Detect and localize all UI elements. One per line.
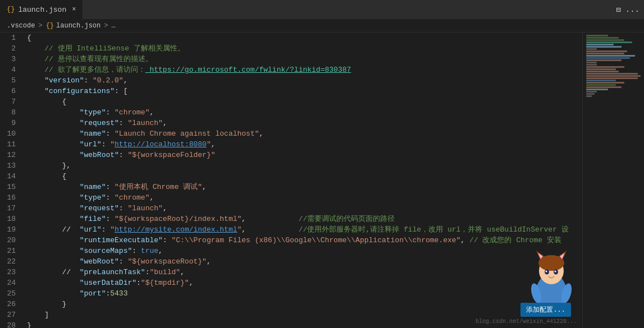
- code-line-17: "request": "launch",: [27, 203, 582, 214]
- minimap-line: [586, 64, 597, 66]
- ln-4: 4: [4, 64, 16, 75]
- minimap-line: [586, 95, 592, 97]
- minimap-line: [586, 91, 597, 93]
- json-file-icon: {}: [7, 6, 15, 13]
- tab-bar-actions: ⊟ ...: [616, 5, 644, 15]
- ln-3: 3: [4, 54, 16, 64]
- minimap-line: [586, 48, 597, 50]
- minimap-line: [586, 93, 595, 95]
- ln-15: 15: [4, 182, 16, 192]
- code-container[interactable]: 1 2 3 4 5 6 7 8 9 10 11 12 13 14 15 16 1: [0, 33, 582, 328]
- editor-wrapper: 1 2 3 4 5 6 7 8 9 10 11 12 13 14 15 16 1: [0, 33, 644, 328]
- minimap-line: [586, 59, 622, 61]
- ln-11: 11: [4, 139, 16, 150]
- code-line-13: },: [27, 160, 582, 171]
- editor-area: 1 2 3 4 5 6 7 8 9 10 11 12 13 14 15 16 1: [0, 33, 644, 328]
- code-line-4: // 欲了解更多信息，请访问： https://go.microsoft.com…: [27, 64, 582, 75]
- code-line-11: "url": "http://localhost:8080",: [27, 139, 582, 150]
- code-line-6: "configurations": [: [27, 86, 582, 96]
- code-line-24: "userDataDir":"${tmpdir}",: [27, 278, 582, 288]
- minimap-line: [586, 77, 638, 79]
- ln-17: 17: [4, 203, 16, 214]
- code-line-10: "name": "Launch Chrome against localhost…: [27, 128, 582, 139]
- ln-23: 23: [4, 267, 16, 278]
- ln-21: 21: [4, 246, 16, 256]
- ln-20: 20: [4, 235, 16, 246]
- tab-bar: {} launch.json × ⊟ ...: [0, 0, 644, 20]
- ln-6: 6: [4, 86, 16, 96]
- tab-label: launch.json: [18, 6, 66, 14]
- code-line-21: "sourceMaps": true,: [27, 246, 582, 256]
- ln-24: 24: [4, 278, 16, 288]
- minimap-line: [586, 41, 632, 43]
- breadcrumb: .vscode > {} launch.json > …: [0, 20, 644, 33]
- watermark-text: blog.csdn.net/weixin_441220...: [476, 318, 577, 325]
- ln-19: 19: [4, 224, 16, 235]
- ln-12: 12: [4, 150, 16, 160]
- code-line-12: "webRoot": "${workspaceFolder}": [27, 150, 582, 160]
- code-line-22: "webRoot": "${workspaceRoot}",: [27, 256, 582, 267]
- minimap-line: [586, 89, 608, 90]
- minimap-content: [583, 33, 644, 100]
- code-line-26: }: [27, 299, 582, 309]
- code-line-1: {: [27, 33, 582, 43]
- breadcrumb-sep1: >: [38, 22, 42, 30]
- code-line-14: {: [27, 171, 582, 182]
- ln-8: 8: [4, 107, 16, 118]
- ln-13: 13: [4, 160, 16, 171]
- minimap-line: [586, 71, 619, 72]
- ln-18: 18: [4, 214, 16, 224]
- minimap-line: [586, 53, 624, 54]
- ln-28: 28: [4, 320, 16, 328]
- code-line-7: {: [27, 96, 582, 107]
- code-line-3: // 悬停以查看现有属性的描述。: [27, 54, 582, 64]
- minimap: [582, 33, 644, 328]
- code-editor: 1 2 3 4 5 6 7 8 9 10 11 12 13 14 15 16 1: [0, 33, 582, 328]
- minimap-line: [586, 37, 619, 39]
- code-line-5: "version": "0.2.0",: [27, 75, 582, 86]
- minimap-line: [586, 50, 627, 52]
- code-lines: { // 使用 IntelliSense 了解相关属性。 // 悬停以查看现有属…: [22, 33, 582, 328]
- add-config-button[interactable]: 添加配置...: [520, 303, 571, 317]
- breadcrumb-curly-icon: {}: [46, 22, 54, 30]
- ln-5: 5: [4, 75, 16, 86]
- code-line-2: // 使用 IntelliSense 了解相关属性。: [27, 43, 582, 54]
- ln-26: 26: [4, 299, 16, 309]
- minimap-line: [586, 46, 622, 48]
- code-line-16: "type": "chrome",: [27, 192, 582, 203]
- breadcrumb-file[interactable]: launch.json: [56, 22, 101, 30]
- split-editor-icon[interactable]: ⊟: [616, 5, 620, 15]
- breadcrumb-vscode[interactable]: .vscode: [7, 22, 35, 30]
- ln-9: 9: [4, 118, 16, 128]
- tab-launch-json[interactable]: {} launch.json ×: [0, 0, 83, 20]
- ln-7: 7: [4, 96, 16, 107]
- ln-22: 22: [4, 256, 16, 267]
- minimap-line: [586, 68, 616, 70]
- breadcrumb-ellipsis: …: [111, 22, 115, 30]
- minimap-line: [586, 57, 630, 59]
- code-line-9: "request": "launch",: [27, 118, 582, 128]
- ln-10: 10: [4, 128, 16, 139]
- breadcrumb-sep2: >: [104, 22, 108, 30]
- ln-1: 1: [4, 33, 16, 43]
- code-line-20: "runtimeExecutable": "C:\\Program Files …: [27, 235, 582, 246]
- more-actions-icon[interactable]: ...: [625, 5, 640, 14]
- minimap-line: [586, 66, 624, 68]
- code-line-23: // "preLaunchTask":"build",: [27, 267, 582, 278]
- code-line-25: "port":5433: [27, 288, 582, 299]
- minimap-line: [586, 84, 616, 86]
- ln-16: 16: [4, 192, 16, 203]
- code-line-15: "name": "使用本机 Chrome 调试",: [27, 182, 582, 192]
- ln-2: 2: [4, 43, 16, 54]
- minimap-line: [586, 82, 624, 84]
- line-numbers: 1 2 3 4 5 6 7 8 9 10 11 12 13 14 15 16 1: [0, 33, 22, 328]
- minimap-line: [586, 86, 622, 88]
- minimap-line: [586, 75, 641, 77]
- minimap-line: [586, 35, 608, 36]
- minimap-line: [586, 80, 616, 81]
- ln-14: 14: [4, 171, 16, 182]
- code-line-18: "file": "${workspaceRoot}/index.html", /…: [27, 214, 582, 224]
- minimap-line: [586, 39, 624, 41]
- minimap-line: [586, 73, 638, 75]
- close-tab-button[interactable]: ×: [72, 6, 76, 13]
